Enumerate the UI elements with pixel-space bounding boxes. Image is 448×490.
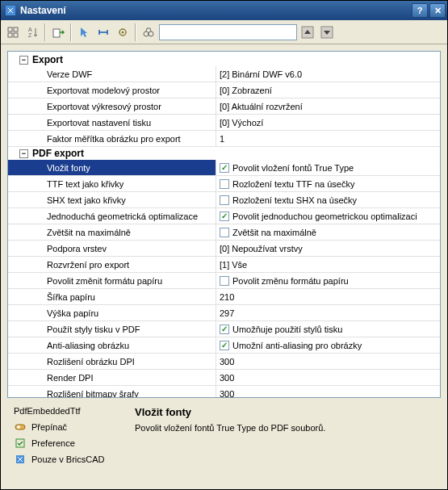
- property-value[interactable]: 300: [216, 370, 440, 386]
- titlebar: Nastavení ? ✕: [1, 1, 447, 20]
- checkbox-label: Rozložení textu SHX na úsečky: [232, 195, 357, 205]
- property-value[interactable]: [1] Vše: [216, 257, 440, 273]
- property-row[interactable]: Použít styly tisku v PDF✓Umožňuje použit…: [8, 321, 440, 337]
- property-value[interactable]: [0] Zobrazení: [216, 82, 440, 98]
- property-row[interactable]: Anti-aliasing obrázku✓Umožní anti-aliasi…: [8, 337, 440, 354]
- property-value[interactable]: Rozložení textu TTF na úsečky: [216, 176, 440, 192]
- app-icon: [4, 4, 17, 17]
- group-pdf-export[interactable]: − PDF export: [8, 147, 440, 160]
- property-value[interactable]: Zvětšit na maximálně: [216, 224, 440, 241]
- property-label: Zvětšit na maximálně: [8, 224, 216, 241]
- property-row[interactable]: TTF text jako křivkyRozložení textu TTF …: [8, 176, 440, 192]
- property-label: Povolit změnit formátu papíru: [8, 273, 216, 289]
- checkbox-label: Rozložení textu TTF na úsečky: [232, 179, 354, 189]
- property-row[interactable]: Podpora vrstev[0] Nepoužívat vrstvy: [8, 241, 440, 257]
- checkbox[interactable]: ✓: [220, 341, 229, 350]
- checkbox[interactable]: [220, 195, 229, 205]
- property-label: Faktor měřítka obrázku pro export: [8, 131, 216, 147]
- property-row[interactable]: Rozlišení obrázku DPI300: [8, 354, 440, 370]
- property-row[interactable]: Rozlišení bitmapy šrafy300: [8, 386, 440, 398]
- toolbar-separator: [135, 23, 136, 41]
- property-value[interactable]: [2] Binární DWF v6.0: [216, 66, 440, 82]
- property-label: Verze DWF: [8, 66, 216, 82]
- property-label: Rozlišení bitmapy šrafy: [8, 386, 216, 398]
- search-input[interactable]: [159, 24, 297, 40]
- checkbox-label: Zvětšit na maximálně: [232, 228, 316, 237]
- property-row[interactable]: Exportovat výkresový prostor[0] Aktuální…: [8, 98, 440, 115]
- preference-icon: [14, 437, 27, 450]
- property-value[interactable]: Povolit změnu formátu papíru: [216, 273, 440, 289]
- property-value[interactable]: 300: [216, 386, 440, 398]
- property-row[interactable]: Exportovat nastavení tisku[0] Výchozí: [8, 115, 440, 131]
- property-row[interactable]: Šířka papíru210: [8, 289, 440, 305]
- cursor-icon[interactable]: [75, 23, 93, 41]
- toolbar: AZ: [1, 20, 447, 44]
- alphabetical-icon[interactable]: AZ: [23, 23, 41, 41]
- property-tree[interactable]: − Export Verze DWF[2] Binární DWF v6.0Ex…: [7, 51, 441, 398]
- property-label: Šířka papíru: [8, 289, 216, 305]
- property-row[interactable]: Rozvržení pro export[1] Vše: [8, 257, 440, 273]
- svg-rect-2: [14, 27, 18, 31]
- width-icon[interactable]: [94, 23, 112, 41]
- svg-point-15: [17, 425, 20, 429]
- property-row[interactable]: Render DPI300: [8, 370, 440, 386]
- bricscad-icon: [14, 453, 27, 466]
- checkbox[interactable]: ✓: [220, 163, 229, 173]
- collapse-icon[interactable]: −: [19, 56, 28, 65]
- property-value[interactable]: 300: [216, 354, 440, 370]
- help-button[interactable]: ?: [412, 3, 428, 18]
- property-row[interactable]: Verze DWF[2] Binární DWF v6.0: [8, 66, 440, 82]
- gear-icon[interactable]: [114, 23, 132, 41]
- collapse-icon[interactable]: −: [19, 149, 28, 158]
- property-label: Render DPI: [8, 370, 216, 386]
- group-export[interactable]: − Export: [8, 53, 440, 66]
- info-panel: PdfEmbeddedTtf Přepínač Preference Pouze…: [7, 398, 441, 483]
- toolbar-separator: [70, 23, 72, 41]
- property-label: Výška papíru: [8, 305, 216, 321]
- checkbox-label: Umožňuje použití stylů tisku: [232, 325, 342, 334]
- checkbox[interactable]: ✓: [220, 211, 229, 221]
- checkbox-label: Povolit vložení fontů True Type: [232, 163, 354, 173]
- close-button[interactable]: ✕: [429, 3, 446, 18]
- property-row[interactable]: Zvětšit na maximálněZvětšit na maximálně: [8, 224, 440, 241]
- property-row[interactable]: SHX text jako křivkyRozložení textu SHX …: [8, 192, 440, 208]
- property-row[interactable]: Jednoduchá geometrická optimalizace✓Povo…: [8, 208, 440, 224]
- checkbox[interactable]: [220, 228, 229, 237]
- svg-rect-7: [53, 29, 60, 37]
- property-label: Exportovat výkresový prostor: [8, 98, 216, 115]
- up-arrow-icon[interactable]: [299, 23, 316, 41]
- checkbox[interactable]: ✓: [220, 325, 229, 334]
- binoculars-icon[interactable]: [140, 23, 157, 41]
- property-value[interactable]: 210: [216, 289, 440, 305]
- property-value[interactable]: ✓Umožní anti-aliasing pro obrázky: [216, 337, 440, 354]
- checkbox[interactable]: [220, 276, 229, 286]
- property-value[interactable]: ✓Umožňuje použití stylů tisku: [216, 321, 440, 337]
- property-value[interactable]: [0] Aktuální rozvržení: [216, 98, 440, 115]
- property-value[interactable]: [0] Výchozí: [216, 115, 440, 131]
- group-label: PDF export: [32, 148, 84, 159]
- property-row[interactable]: Výška papíru297: [8, 305, 440, 321]
- property-row[interactable]: Povolit změnit formátu papíruPovolit změ…: [8, 273, 440, 289]
- property-value[interactable]: Rozložení textu SHX na úsečky: [216, 192, 440, 208]
- property-value[interactable]: 1: [216, 131, 440, 147]
- property-row[interactable]: Vložit fonty✓Povolit vložení fontů True …: [8, 160, 440, 176]
- property-row[interactable]: Exportovat modelový prostor[0] Zobrazení: [8, 82, 440, 98]
- group-label: Export: [32, 54, 63, 65]
- info-heading: Vložit fonty: [135, 406, 434, 418]
- property-row[interactable]: Faktor měřítka obrázku pro export1: [8, 131, 440, 147]
- window-title: Nastavení: [20, 5, 412, 16]
- meta-label: Přepínač: [31, 422, 67, 432]
- property-label: Anti-aliasing obrázku: [8, 337, 216, 354]
- svg-point-9: [122, 31, 124, 33]
- checkbox-label: Povolit změnu formátu papíru: [232, 276, 349, 286]
- export-icon[interactable]: [49, 23, 67, 41]
- checkbox[interactable]: [220, 179, 229, 189]
- property-value[interactable]: ✓Povolit vložení fontů True Type: [216, 160, 440, 176]
- property-label: Podpora vrstev: [8, 241, 216, 257]
- property-label: Exportovat modelový prostor: [8, 82, 216, 98]
- categorized-icon[interactable]: [4, 23, 22, 41]
- property-value[interactable]: ✓Povolit jednoduchou geometrickou optima…: [216, 208, 440, 224]
- down-arrow-icon[interactable]: [318, 23, 336, 41]
- property-value[interactable]: [0] Nepoužívat vrstvy: [216, 241, 440, 257]
- property-value[interactable]: 297: [216, 305, 440, 321]
